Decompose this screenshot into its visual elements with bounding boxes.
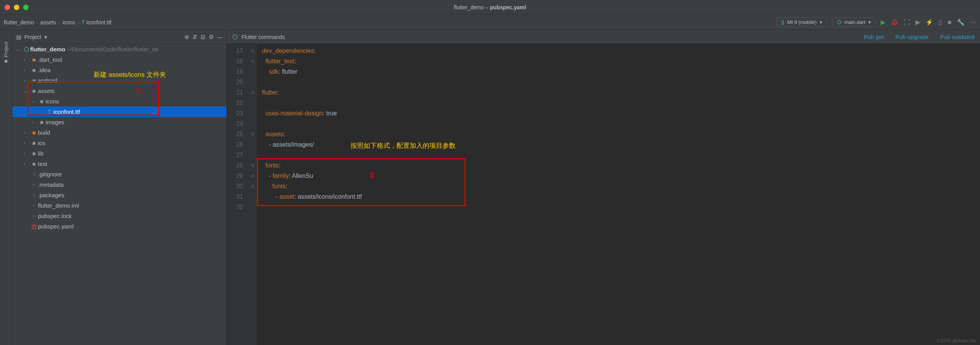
chevron-down-icon: ▾	[868, 19, 871, 25]
collapse-icon[interactable]: ⊟	[201, 34, 206, 41]
folder-icon: ■	[30, 150, 38, 157]
crumb-1[interactable]: assets	[41, 19, 56, 25]
folder-icon: ■	[30, 161, 38, 167]
tree-item-icons[interactable]: ⌄■icons	[12, 96, 226, 107]
device-selector[interactable]: ▯ MI 9 (mobile) ▾	[776, 17, 827, 27]
watermark: CSDN @Allen Su	[937, 338, 976, 343]
file-icon: ▫	[30, 213, 38, 219]
tree-item-build[interactable]: ›■build	[12, 127, 226, 138]
tree-item-pubspec-lock[interactable]: ▫pubspec.lock	[12, 211, 226, 221]
pub-upgrade-link[interactable]: Pub upgrade	[895, 34, 929, 40]
commands-label: Flutter commands	[242, 34, 285, 40]
tree-root[interactable]: ⌄ ⬡ flutter_demo ~/Documents/Code/flutte…	[12, 44, 226, 54]
tree-item-iconfont-ttf[interactable]: Ticonfont.ttf	[12, 107, 226, 117]
target-icon[interactable]: ⊕	[184, 34, 189, 41]
tree-item-flutter_demo-iml[interactable]: ▫flutter_demo.iml	[12, 200, 226, 211]
tree-item-images[interactable]: ›■images	[12, 117, 226, 127]
tree-item--dart_tool[interactable]: ›■.dart_tool	[12, 54, 226, 65]
stop-icon[interactable]: ■	[948, 19, 951, 26]
folder-icon: ■	[30, 129, 38, 136]
tree-item-label: .idea	[38, 67, 51, 73]
crumb-file[interactable]: iconfont.ttf	[87, 19, 112, 25]
tree-item-test[interactable]: ›■test	[12, 159, 226, 169]
tree-item-label: flutter_demo.iml	[38, 202, 79, 209]
window-controls	[5, 5, 29, 10]
crumb-root[interactable]: flutter_demo	[4, 19, 34, 25]
run-config-selector[interactable]: ⬡ main.dart ▾	[832, 17, 876, 27]
code-line[interactable]: flutter_test:	[257, 56, 980, 66]
code-line[interactable]: fonts:	[257, 181, 980, 191]
tree-item-label: .dart_tool	[38, 56, 62, 63]
code-line[interactable]: dev_dependencies:	[257, 46, 980, 56]
code-line[interactable]: flutter:	[257, 87, 980, 98]
tree-item-label: assets	[38, 88, 54, 94]
code-line[interactable]: - asset: assets/icons/iconfont.ttf	[257, 191, 980, 202]
code-editor[interactable]: 17181920212223242526272829303132 ⊟⊟⊟⊟⊟⊟⊟…	[227, 44, 980, 345]
window-title: flutter_demo – pubspec.yaml	[454, 4, 526, 10]
profile-icon[interactable]: ▶	[915, 19, 920, 26]
panel-title[interactable]: Project	[24, 34, 41, 40]
code-line[interactable]: assets:	[257, 129, 980, 139]
code-line[interactable]	[257, 98, 980, 108]
crumb-2[interactable]: icons	[63, 19, 75, 25]
tree-item-android[interactable]: ›■android	[12, 75, 226, 86]
breadcrumbs[interactable]: flutter_demo › assets › icons › T iconfo…	[4, 19, 111, 25]
font-icon: T	[82, 19, 85, 25]
run-actions: ▶ 🐞 ⛶ ▶ ⚡ ▯ ■ 🔧 ⋯	[881, 19, 976, 26]
code-line[interactable]	[257, 202, 980, 212]
gear-icon[interactable]: ⚙	[209, 34, 214, 41]
folder-icon: ■	[30, 56, 38, 63]
coverage-icon[interactable]: ⛶	[904, 19, 910, 26]
run-icon[interactable]: ▶	[881, 19, 885, 26]
flutter-icon: ⬡	[232, 33, 238, 41]
pub-get-link[interactable]: Pub get	[864, 34, 884, 40]
code-line[interactable]: - assets/images/	[257, 139, 980, 150]
chevron-down-icon[interactable]: ▾	[44, 34, 47, 40]
tree-item--idea[interactable]: ›■.idea	[12, 65, 226, 75]
expand-icon[interactable]: ⇵	[192, 34, 197, 41]
tree-item-label: lib	[38, 150, 44, 157]
code-line[interactable]: fonts:	[257, 160, 980, 171]
close-window[interactable]	[5, 5, 10, 10]
code-line[interactable]	[257, 77, 980, 87]
tree-item--gitignore[interactable]: ▫.gitignore	[12, 169, 226, 179]
tree-item-label: .metadata	[38, 181, 64, 188]
titlebar: flutter_demo – pubspec.yaml	[0, 0, 980, 15]
folder-icon: ■	[30, 67, 38, 73]
project-tree[interactable]: ⌄ ⬡ flutter_demo ~/Documents/Code/flutte…	[12, 44, 226, 345]
flutter-icon: ⬡	[837, 19, 841, 25]
tree-item-lib[interactable]: ›■lib	[12, 148, 226, 159]
code-content[interactable]: dev_dependencies: flutter_test: sdk: flu…	[257, 44, 980, 345]
code-line[interactable]	[257, 150, 980, 160]
editor-area: ⬡ Flutter commands Pub get Pub upgrade P…	[227, 30, 980, 345]
code-line[interactable]	[257, 118, 980, 129]
fold-gutter[interactable]: ⊟⊟⊟⊟⊟⊟⊟	[248, 44, 257, 345]
devtools-icon[interactable]: 🔧	[957, 19, 965, 26]
folder-icon: ■	[38, 119, 46, 125]
tree-item--packages[interactable]: ▫.packages	[12, 190, 226, 200]
tree-item--metadata[interactable]: ▫.metadata	[12, 179, 226, 190]
tree-item-pubspec-yaml[interactable]: ▧pubspec.yaml	[12, 221, 226, 232]
hot-reload-icon[interactable]: ⚡	[926, 19, 933, 26]
code-line[interactable]: - family: AllenSu	[257, 171, 980, 181]
tree-item-label: icons	[46, 98, 59, 105]
code-line[interactable]: sdk: flutter	[257, 66, 980, 77]
tree-item-label: pubspec.lock	[38, 213, 72, 219]
tree-item-assets[interactable]: ⌄■assets	[12, 86, 226, 96]
code-line[interactable]: uses-material-design: true	[257, 108, 980, 118]
hide-icon[interactable]: —	[217, 34, 223, 40]
maximize-window[interactable]	[23, 5, 29, 10]
tree-item-label: build	[38, 129, 50, 136]
more-icon[interactable]: ⋯	[970, 19, 976, 26]
minimize-window[interactable]	[14, 5, 19, 10]
tree-item-ios[interactable]: ›■ios	[12, 138, 226, 148]
attach-icon[interactable]: ▯	[939, 19, 942, 26]
font-icon: T	[46, 108, 53, 115]
phone-icon: ▯	[781, 19, 784, 25]
project-tab[interactable]: ■ Project	[3, 38, 9, 68]
chevron-down-icon: ▾	[820, 19, 822, 25]
pub-outdated-link[interactable]: Pub outdated	[940, 34, 975, 40]
file-icon: ▫	[30, 171, 38, 178]
debug-icon[interactable]: 🐞	[891, 19, 898, 26]
project-panel: ▤ Project ▾ ⊕ ⇵ ⊟ ⚙ — ⌄ ⬡ flutter_demo ~…	[12, 30, 227, 345]
